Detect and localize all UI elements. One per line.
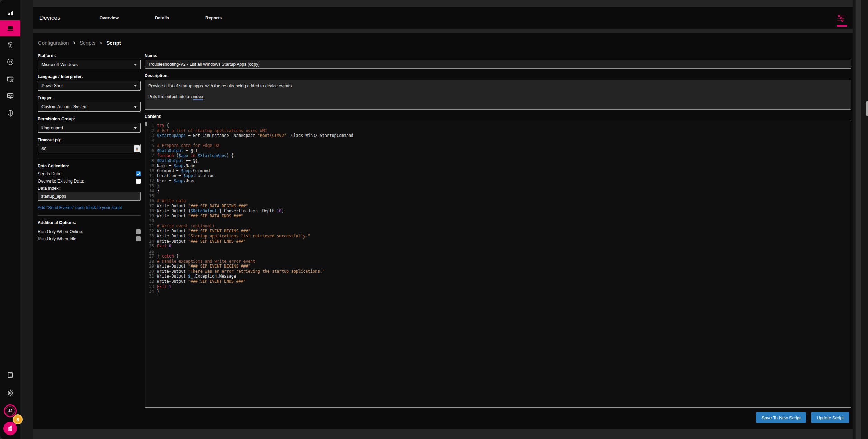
code-editor-lines: 1try {2# Get a list of startup applicati… [145,123,851,294]
run-online-checkbox[interactable] [136,229,141,234]
infinity-glyph: ∞ [8,428,12,432]
tab-details[interactable]: Details [155,16,169,20]
breadcrumb-current: Script [106,40,121,46]
sentiment-smiley-icon[interactable] [0,58,20,66]
page-title: Devices [39,15,60,21]
trigger-value: Custom Action - System [41,104,87,109]
permission-group-value: Ungrouped [41,125,63,130]
platform-select[interactable]: Microsoft Windows [38,60,141,69]
data-index-label-row: Data Index: [38,185,141,192]
tab-overview[interactable]: Overview [99,16,119,20]
language-label: Language / Interpreter: [38,74,141,79]
chevron-down-icon [133,127,137,129]
script-settings-column: Platform: Microsoft Windows Language / I… [38,53,141,242]
app-screen: JJ ∞ 8 Devices Overview Details Reports [0,0,868,439]
user-session-icon[interactable] [0,75,20,83]
sidebar: JJ [0,0,20,439]
number-spinner[interactable] [134,145,140,152]
run-idle-checkbox[interactable] [136,236,141,241]
add-send-events-link[interactable]: Add "Send Events" code block to your scr… [38,205,141,210]
divider [38,215,141,216]
sidebar-gap [20,0,33,439]
overwrite-row: Overwrite Existing Data: [38,177,141,185]
sends-data-checkbox[interactable] [136,171,141,176]
run-online-label: Run Only When Online: [38,229,83,234]
breadcrumb-separator: > [70,40,78,46]
save-to-new-script-button[interactable]: Save To New Script [756,412,806,423]
language-select[interactable]: PowerShell [38,81,141,91]
report-list-icon[interactable] [0,371,20,379]
permission-group-label: Permission Group: [38,116,141,121]
run-online-row: Run Only When Online: [38,228,141,235]
divider [38,159,141,159]
timeout-value: 60 [41,147,46,151]
spellcheck-underlined-word: index [193,94,203,100]
description-line2: Puts the output into an index [148,94,847,100]
code-editor[interactable]: 1try {2# Get a list of startup applicati… [145,121,851,408]
name-label: Name: [145,53,851,58]
action-buttons: Save To New Script Update Script [756,412,849,423]
sends-data-row: Sends Data: [38,170,141,177]
timeout-input[interactable]: 60 [38,144,141,153]
overwrite-checkbox[interactable] [136,179,141,184]
topbar-tabs: Overview Details Reports [99,16,222,20]
language-value: PowerShell [41,83,63,88]
data-collection-heading: Data Collection: [38,164,141,168]
trigger-select[interactable]: Custom Action - System [38,102,141,112]
breadcrumb-separator: > [97,40,105,46]
chevron-down-icon [133,64,137,66]
active-tab-indicator [837,25,847,27]
timeout-label: Timeout (s): [38,138,141,142]
notification-badge: 8 [13,414,23,424]
data-index-input[interactable] [38,192,141,201]
page-scrollbar-track[interactable] [856,0,861,439]
signal-bars-icon[interactable] [0,9,20,17]
description-textarea[interactable]: Provide a list of startup apps. with the… [145,80,851,110]
platform-label: Platform: [38,53,141,58]
run-idle-row: Run Only When Idle: [38,235,141,242]
update-script-button[interactable]: Update Script [811,412,849,423]
browser-scrollbar-thumb[interactable] [866,101,868,116]
editor-scrollbar-fragment [145,122,147,126]
content-label: Content: [145,114,851,119]
support-mic-icon[interactable] [0,41,20,49]
device-monitor-icon[interactable] [0,92,20,100]
script-name-input[interactable] [145,60,851,69]
sends-data-label: Sends Data: [38,171,62,176]
overwrite-label: Overwrite Existing Data: [38,179,84,184]
tab-reports[interactable]: Reports [205,16,222,20]
run-idle-label: Run Only When Idle: [38,236,77,241]
settings-gear-icon[interactable] [0,389,20,397]
spinner-down-icon [136,149,138,151]
devices-laptop-icon[interactable] [0,24,20,32]
permission-group-select[interactable]: Ungrouped [38,123,141,133]
script-editor-column: Name: Description: Provide a list of sta… [145,53,851,408]
description-line2-text: Puts the output into an [148,94,193,99]
security-shield-icon[interactable] [0,109,20,118]
breadcrumb-configuration[interactable]: Configuration [38,40,69,46]
additional-options-heading: Additional Options: [38,220,141,225]
spinner-up-icon [136,147,138,149]
trigger-label: Trigger: [38,95,141,100]
breadcrumb-scripts[interactable]: Scripts [80,40,95,46]
right-gutter [853,0,868,439]
avatar-initials: JJ [6,406,15,415]
platform-value: Microsoft Windows [41,62,78,67]
description-line1: Provide a list of startup apps. with the… [148,83,847,89]
content-panel: Configuration > Scripts > Script Platfor… [33,33,853,429]
data-index-label: Data Index: [38,186,60,191]
description-label: Description: [145,73,851,78]
chevron-down-icon [133,106,137,108]
breadcrumb: Configuration > Scripts > Script [38,40,121,46]
chevron-down-icon [133,85,137,87]
topbar: Devices Overview Details Reports [33,7,853,29]
